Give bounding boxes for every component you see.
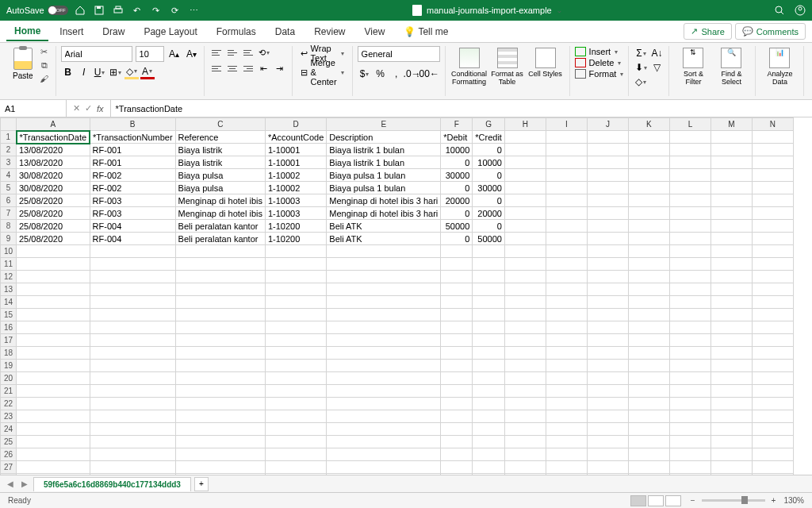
- cell[interactable]: [752, 436, 793, 448]
- cell[interactable]: [441, 309, 473, 321]
- cell[interactable]: 50000: [473, 233, 505, 245]
- cell[interactable]: [473, 258, 505, 271]
- cell[interactable]: [441, 385, 473, 398]
- cell[interactable]: [90, 334, 175, 347]
- fill-icon[interactable]: ⬇▾: [634, 60, 648, 75]
- cell[interactable]: [752, 461, 793, 474]
- cell[interactable]: Biaya listrik: [175, 144, 265, 156]
- cell[interactable]: [90, 436, 175, 448]
- cell[interactable]: [175, 334, 265, 347]
- cell[interactable]: [175, 271, 265, 283]
- cell[interactable]: 20000: [441, 194, 473, 207]
- cell[interactable]: [710, 334, 752, 347]
- cell[interactable]: [752, 448, 793, 461]
- cell[interactable]: [327, 436, 441, 448]
- cell[interactable]: [17, 334, 90, 347]
- cell[interactable]: [587, 258, 628, 271]
- cell[interactable]: 25/08/2020: [17, 194, 90, 207]
- cell[interactable]: [710, 156, 752, 169]
- cell[interactable]: 25/08/2020: [17, 233, 90, 245]
- cell[interactable]: [587, 207, 628, 220]
- cell[interactable]: [710, 360, 752, 372]
- cell[interactable]: [669, 258, 710, 271]
- cell[interactable]: [175, 385, 265, 398]
- cell[interactable]: [546, 334, 587, 347]
- row-header[interactable]: 8: [1, 220, 17, 233]
- cell[interactable]: [628, 461, 669, 474]
- cell[interactable]: [752, 360, 793, 372]
- cell[interactable]: [628, 131, 669, 144]
- cell[interactable]: [628, 296, 669, 309]
- cell[interactable]: [473, 296, 505, 309]
- cell[interactable]: [628, 398, 669, 410]
- cell[interactable]: [587, 334, 628, 347]
- cell[interactable]: [504, 372, 546, 385]
- cell[interactable]: 10000: [441, 144, 473, 156]
- cell[interactable]: [669, 410, 710, 423]
- name-box[interactable]: A1: [0, 100, 67, 117]
- cell[interactable]: [504, 448, 546, 461]
- cell[interactable]: [546, 169, 587, 182]
- cell[interactable]: [628, 372, 669, 385]
- cell[interactable]: [710, 410, 752, 423]
- cell[interactable]: [441, 360, 473, 372]
- column-header[interactable]: K: [628, 118, 669, 131]
- column-header[interactable]: H: [504, 118, 546, 131]
- cell[interactable]: [752, 398, 793, 410]
- cell[interactable]: [17, 245, 90, 258]
- cell[interactable]: [327, 410, 441, 423]
- cell[interactable]: [710, 182, 752, 194]
- comments-button[interactable]: 💬 Comments: [735, 23, 806, 40]
- cell[interactable]: [546, 194, 587, 207]
- cell[interactable]: [752, 207, 793, 220]
- cell[interactable]: [587, 169, 628, 182]
- cell[interactable]: [752, 258, 793, 271]
- cell[interactable]: [473, 347, 505, 360]
- cell[interactable]: [473, 474, 505, 475]
- cell[interactable]: [546, 410, 587, 423]
- cell[interactable]: [710, 131, 752, 144]
- cell[interactable]: [90, 410, 175, 423]
- cell[interactable]: [628, 182, 669, 194]
- spreadsheet-grid[interactable]: ABCDEFGHIJKLMN1*TransactionDate*Transact…: [0, 117, 812, 475]
- format-cells-button[interactable]: Format▾: [575, 68, 624, 79]
- cell[interactable]: [546, 385, 587, 398]
- cell[interactable]: 50000: [441, 220, 473, 233]
- cell[interactable]: [265, 372, 326, 385]
- cell[interactable]: Biaya listrik 1 bulan: [327, 156, 441, 169]
- column-header[interactable]: C: [175, 118, 265, 131]
- cell[interactable]: [175, 360, 265, 372]
- cell[interactable]: [710, 347, 752, 360]
- cell[interactable]: [504, 131, 546, 144]
- cell[interactable]: [504, 436, 546, 448]
- more-icon[interactable]: ⋯: [189, 5, 200, 16]
- cell[interactable]: [90, 461, 175, 474]
- formula-input[interactable]: *TransactionDate: [111, 100, 812, 117]
- cell[interactable]: [752, 474, 793, 475]
- column-header[interactable]: M: [710, 118, 752, 131]
- cell[interactable]: [327, 474, 441, 475]
- cell[interactable]: [587, 360, 628, 372]
- sheet-tab[interactable]: 59f6e5a6c16d8869b440c177134ddd3: [33, 477, 191, 491]
- cell[interactable]: [90, 309, 175, 321]
- cell[interactable]: [265, 245, 326, 258]
- cell[interactable]: [473, 360, 505, 372]
- normal-view-button[interactable]: [630, 495, 646, 506]
- cell[interactable]: [504, 207, 546, 220]
- cell[interactable]: [710, 309, 752, 321]
- align-left-icon[interactable]: [209, 62, 224, 75]
- cell[interactable]: [710, 461, 752, 474]
- cell[interactable]: [265, 271, 326, 283]
- cell[interactable]: [441, 296, 473, 309]
- cell[interactable]: [17, 258, 90, 271]
- cell[interactable]: [441, 398, 473, 410]
- cell[interactable]: [587, 131, 628, 144]
- cell[interactable]: [473, 398, 505, 410]
- row-header[interactable]: 9: [1, 233, 17, 245]
- cell[interactable]: [669, 372, 710, 385]
- row-header[interactable]: 21: [1, 385, 17, 398]
- cell[interactable]: [628, 448, 669, 461]
- align-bottom-icon[interactable]: [241, 46, 255, 59]
- cell[interactable]: [17, 347, 90, 360]
- cell[interactable]: [587, 182, 628, 194]
